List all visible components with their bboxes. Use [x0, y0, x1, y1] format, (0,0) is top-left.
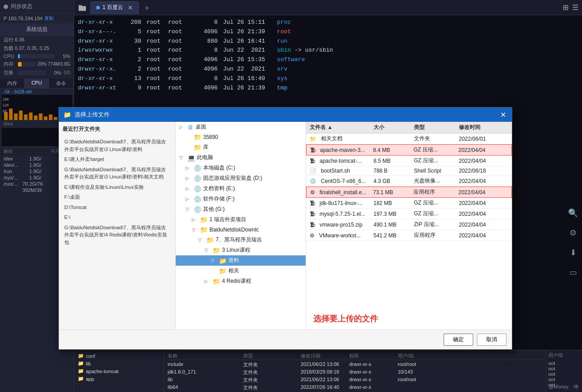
- file-name-vmwarezip: vmware-pro15.zip: [320, 222, 362, 228]
- system-info-title: 系统信息: [0, 24, 74, 36]
- recent-folder-8[interactable]: G:\BaiduNetdiskDownload\7、黑马程序员瑞吉外卖平台实战开…: [62, 223, 172, 248]
- recent-folder-5[interactable]: F:\桌面: [62, 192, 172, 202]
- file-row-finalshell[interactable]: ⚙ finalshell_install.e... 73.1 MB 应用程序 2…: [306, 187, 512, 198]
- file-row-tomcat[interactable]: 🗜 apache-tomcat-... 8.5 MB GZ 压缩... 2022…: [306, 156, 512, 166]
- bottom-file-row-include[interactable]: include 文件夹 2021/06/22 13:06 drwxr-xr-x …: [168, 361, 542, 369]
- tab-menu-icon[interactable]: ☰: [572, 3, 578, 12]
- recent-folder-7[interactable]: E:\: [62, 212, 172, 223]
- recent-folder-3[interactable]: G:\BaiduNetdiskDownload\7、黑马程序员瑞吉外卖平台实战开…: [62, 165, 172, 182]
- file-size-maven: 8.4 MB: [373, 147, 413, 153]
- tree-item-redis[interactable]: ▷ 📁 4 Redis课程: [176, 276, 306, 286]
- terminal-line-1: dr-xr-xr-x 208 root root 0 Jul 26 15:11 …: [78, 18, 578, 27]
- tree-label-f: 软件存储 (F:): [203, 195, 235, 203]
- recent-folders-panel: 最近打开文件夹 G:\BaiduNetdiskDownload\7、黑马程序员瑞…: [59, 122, 176, 330]
- recent-folder-4[interactable]: E:\课程作业及实验\Linuxs\Linux实验: [62, 182, 172, 192]
- tree-expand-d: ▷: [186, 176, 192, 181]
- tree-item-d[interactable]: ▷ 💿 固态游戏应用安装盘 (D:): [176, 173, 306, 183]
- tab-command[interactable]: 命令: [49, 79, 74, 88]
- file-date-maven: 2022/04/04: [458, 147, 508, 153]
- dialog-close-button[interactable]: ✕: [498, 110, 507, 119]
- tree-item-related[interactable]: 📁 相关: [176, 266, 306, 276]
- bfl-perm-lib64: drwxr-xr-x: [349, 384, 394, 391]
- sync-status-label: 同步状态: [11, 3, 32, 10]
- tree-item-ruiji[interactable]: ▷ 📁 1 瑞吉外卖项目: [176, 214, 306, 225]
- tree-expand-f: ▷: [186, 196, 192, 201]
- bottom-tree-lib[interactable]: 📁 lib: [76, 360, 162, 367]
- file-name-cell-boot: 📄 bootStart.sh: [310, 168, 373, 174]
- tab-grid-icon[interactable]: ⊞: [563, 3, 569, 12]
- folder-icon-35890: 📁: [194, 134, 201, 141]
- ok-button[interactable]: 确定: [444, 334, 473, 346]
- tree-item-g[interactable]: ▽ 💿 其他 (G:): [176, 204, 306, 214]
- file-row-jdk[interactable]: 🗜 jdk-8u171-linux-... 182 MB GZ 压缩... 20…: [306, 198, 512, 209]
- swap-detail: 0/0: [64, 70, 70, 75]
- folder-icon: 📁: [310, 136, 316, 142]
- bottom-tree: 📁 conf 📁 lib 📁 apache-tomcat 📁 app: [74, 350, 164, 392]
- tree-item-lib[interactable]: 📁 库: [176, 142, 306, 152]
- tree-expand-linux: ▽: [204, 248, 211, 253]
- terminal-tab-1[interactable]: 1 百度云 ✕: [90, 1, 139, 14]
- bfl-name-header: 名称: [168, 352, 240, 359]
- file-name-mysql: mysql-5.7.25-1.el...: [320, 211, 365, 217]
- tree-expand-ruiji: ▷: [192, 217, 198, 222]
- bottom-file-row-jdk2[interactable]: jdk1.8.0_171 文件夹 2018/03/29 08:18 drwxr-…: [168, 369, 542, 376]
- file-row-maven[interactable]: 🗜 apache-maven-3... 8.4 MB GZ 压缩... 2022…: [306, 144, 512, 156]
- tree-item-baidu[interactable]: ▽ 📁 BaiduNetdiskDownlc: [176, 225, 306, 235]
- file-type-boot: Shell Script: [414, 168, 459, 174]
- folder-icon-material: 📁: [219, 257, 227, 264]
- file-date-tomcat: 2022/04/04: [459, 158, 508, 164]
- tab-memory[interactable]: 内存: [0, 79, 25, 88]
- file-row-bootstart[interactable]: 📄 bootStart.sh 788 B Shell Script 2022/0…: [306, 166, 512, 176]
- bottom-file-row-lib64[interactable]: lib64 文件夹 2022/07/26 16:40 drwxr-xr-x: [168, 384, 542, 392]
- tree-label-desktop: 桌面: [195, 123, 206, 131]
- tab-close-button[interactable]: ✕: [128, 4, 133, 11]
- cancel-button[interactable]: 取消: [477, 334, 506, 346]
- recent-folder-1[interactable]: G:\BaiduNetdiskDownload\7、黑马程序员瑞吉外卖平台实战开…: [62, 137, 172, 154]
- file-row-vmwarews[interactable]: ⚙ VMware-workst... 541.2 MB 应用程序 2022/04…: [306, 230, 512, 241]
- file-name-cell-jdk: 🗜 jdk-8u171-linux-...: [310, 200, 373, 206]
- window-icon-btn[interactable]: ▭: [566, 265, 580, 280]
- file-size-mysql: 197.3 MB: [373, 211, 414, 217]
- tab-add-button[interactable]: ＋: [142, 2, 152, 13]
- file-row-xiangguanwendang[interactable]: 📁 相关文档 文件夹 2022/06/01: [306, 134, 512, 144]
- file-type-jdk: GZ 压缩...: [414, 199, 459, 207]
- run-time-label: 运行 6:36: [4, 36, 24, 43]
- bfl-name-lib64: lib64: [168, 384, 240, 391]
- download-icon-btn[interactable]: ⬇: [566, 245, 580, 260]
- archive-icon-mysql: 🗜: [310, 211, 315, 217]
- tab-folder-icon[interactable]: [76, 1, 89, 14]
- settings-icon-btn[interactable]: ⚙: [566, 226, 580, 240]
- tree-item-desktop[interactable]: ▷ 🖥 桌面: [176, 122, 306, 132]
- recent-folder-2[interactable]: E:\唐人外卖\target: [62, 154, 172, 165]
- copy-ip-button[interactable]: 复制: [44, 15, 53, 22]
- tree-item-7[interactable]: ▽ 📁 7、黑马程序员瑞吉: [176, 235, 306, 245]
- script-icon: 📄: [310, 168, 316, 174]
- file-date-vmwarews: 2022/04/04: [459, 232, 508, 239]
- tree-item-computer[interactable]: ▽ 💻 此电脑: [176, 152, 306, 163]
- bfl-owner-jdk2: 10/143: [398, 369, 452, 376]
- tab-cpu[interactable]: CPU: [25, 79, 49, 88]
- recent-folder-6[interactable]: D:\Tomcat: [62, 202, 172, 213]
- tree-label-e: 文档资料 (E:): [203, 185, 235, 192]
- bottom-tree-tomcat[interactable]: 📁 apache-tomcat: [76, 367, 162, 375]
- bottom-tree-app[interactable]: 📁 app: [76, 375, 162, 383]
- tree-item-f[interactable]: ▷ 💿 软件存储 (F:): [176, 194, 306, 204]
- file-row-centos[interactable]: 💿 CentOS-7-x86_6... 4.3 GB 光盘映像... 2022/…: [306, 176, 512, 187]
- file-row-vmwarezip[interactable]: 🗜 vmware-pro15.zip 490.1 MB ZIP 压缩... 20…: [306, 219, 512, 230]
- bottom-file-row-lib2[interactable]: lib 文件夹 2021/06/22 13:06 drwxr-xr-x root…: [168, 376, 542, 384]
- bfl-date-jdk2: 2018/03/29 08:18: [301, 369, 346, 376]
- file-row-mysql[interactable]: 🗜 mysql-5.7.25-1.el... 197.3 MB GZ 压缩...…: [306, 209, 512, 219]
- tree-expand-baidu: ▽: [192, 227, 198, 232]
- folder-icon-app: 📁: [78, 376, 84, 382]
- tree-item-linux[interactable]: ▽ 📁 3 Linux课程: [176, 245, 306, 255]
- search-icon-btn[interactable]: 🔍: [566, 206, 580, 220]
- tree-item-e[interactable]: ▷ 💿 文档资料 (E:): [176, 183, 306, 194]
- folder-icon-lib: 📁: [194, 144, 201, 151]
- tree-item-c[interactable]: ▷ 💿 本地磁盘 (C:): [176, 163, 306, 173]
- file-type-tomcat: GZ 压缩...: [414, 157, 459, 165]
- bfl-owner-header: 用户/组: [398, 352, 452, 359]
- bottom-tree-conf[interactable]: 📁 conf: [76, 352, 162, 360]
- tree-item-material[interactable]: ▽ 📁 资料: [176, 255, 306, 266]
- tree-item-35890[interactable]: 📁 35890: [176, 132, 306, 142]
- tree-expand-computer: ▽: [179, 155, 186, 160]
